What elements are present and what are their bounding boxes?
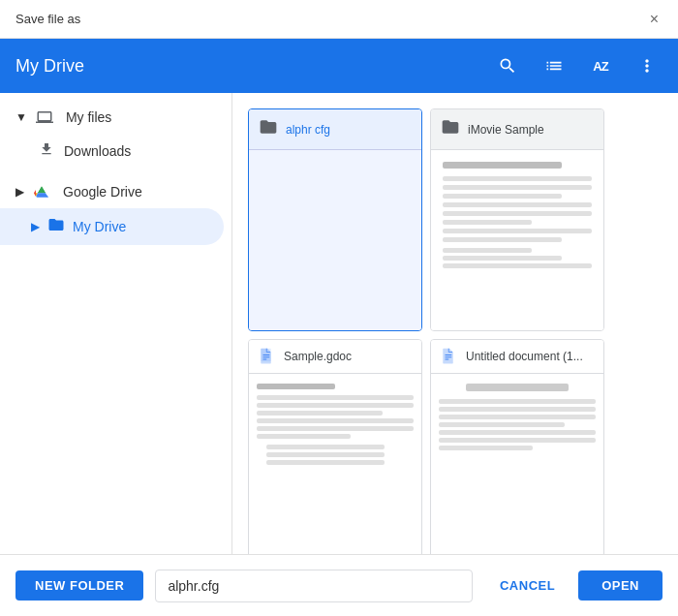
folder-icon-imovie — [441, 117, 460, 141]
file-card-untitled[interactable]: Untitled document (1... — [430, 339, 604, 554]
file-card-imovie[interactable]: iMovie Sample — [430, 108, 604, 331]
title-bar: Save file as × — [0, 0, 678, 39]
more-options-icon[interactable] — [632, 50, 663, 81]
header-title: My Drive — [15, 56, 492, 77]
folder-imovie-preview — [431, 150, 603, 330]
close-button[interactable]: × — [646, 7, 663, 32]
bottom-bar: NEW FOLDER CANCEL OPEN — [0, 554, 678, 616]
list-view-icon[interactable] — [539, 50, 570, 81]
downloads-label: Downloads — [64, 143, 131, 159]
gdoc-icon-untitled — [441, 348, 458, 365]
header: My Drive AZ — [0, 39, 678, 93]
open-button[interactable]: OPEN — [578, 570, 663, 601]
untitled-doc-preview — [431, 374, 603, 554]
header-icons: AZ — [492, 50, 663, 81]
sort-label: AZ — [593, 59, 607, 74]
file-card-sample-gdoc[interactable]: Sample.gdoc — [248, 339, 422, 554]
save-dialog: Save file as × My Drive AZ ▼ — [0, 0, 678, 616]
computer-icon — [35, 108, 54, 126]
sidebar-item-myfiles[interactable]: ▼ My files — [0, 101, 224, 134]
gdoc-icon-sample — [259, 348, 276, 365]
sidebar: ▼ My files Downloads ▶ — [0, 93, 232, 554]
myfiles-chevron-icon: ▼ — [15, 110, 27, 124]
googledrive-label: Google Drive — [63, 184, 142, 200]
googledrive-icon — [32, 183, 51, 200]
untitled-doc-header: Untitled document (1... — [431, 340, 603, 374]
sort-icon[interactable]: AZ — [585, 50, 616, 81]
myfiles-label: My files — [66, 109, 111, 125]
folder-alphr-cfg-name: alphr cfg — [286, 123, 330, 137]
mydrive-label: My Drive — [73, 219, 126, 234]
file-card-alphr-cfg[interactable]: alphr cfg — [248, 108, 422, 331]
folder-imovie-name: iMovie Sample — [468, 123, 544, 137]
sample-gdoc-name: Sample.gdoc — [284, 350, 352, 363]
folder-icon — [259, 117, 278, 141]
filename-input[interactable] — [155, 570, 473, 602]
untitled-doc-name: Untitled document (1... — [466, 350, 583, 363]
mydrive-chevron-icon: ▶ — [31, 220, 40, 233]
file-grid: alphr cfg iMovie Sample — [232, 93, 678, 554]
search-icon[interactable] — [492, 50, 523, 81]
content-area: ▼ My files Downloads ▶ — [0, 93, 678, 554]
sample-gdoc-header: Sample.gdoc — [249, 340, 421, 374]
cancel-button[interactable]: CANCEL — [484, 570, 570, 601]
googledrive-chevron-icon: ▶ — [15, 185, 24, 199]
sample-gdoc-preview — [249, 374, 421, 554]
dialog-title: Save file as — [15, 12, 80, 26]
sidebar-item-googledrive[interactable]: ▶ Google Drive — [0, 175, 224, 208]
drive-folder-icon — [47, 216, 65, 237]
sidebar-item-downloads[interactable]: Downloads — [0, 134, 224, 168]
new-folder-button[interactable]: NEW FOLDER — [15, 570, 143, 601]
download-icon — [39, 141, 54, 160]
action-buttons: CANCEL OPEN — [484, 570, 663, 601]
sidebar-item-mydrive[interactable]: ▶ My Drive — [0, 208, 224, 245]
folder-alphr-cfg-preview — [249, 150, 421, 330]
